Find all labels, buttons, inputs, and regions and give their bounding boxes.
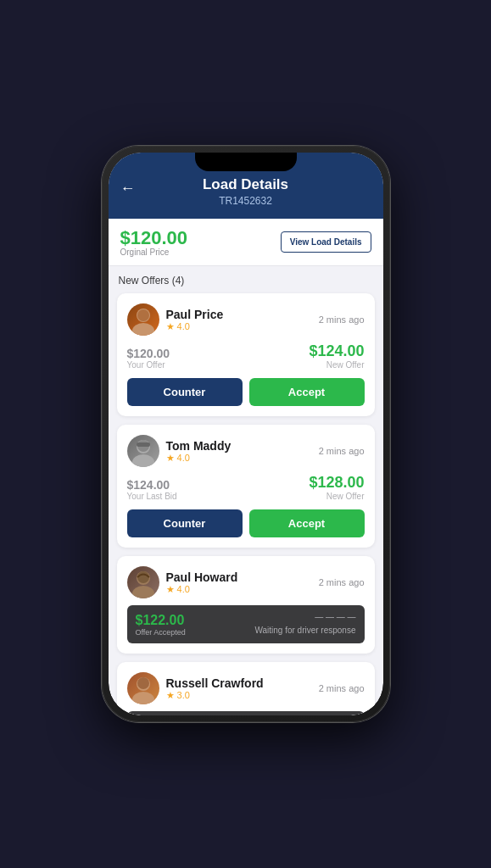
- user-rating: ★ 4.0: [166, 453, 232, 464]
- time-ago: 2 mins ago: [319, 314, 365, 325]
- user-rating: ★ 4.0: [166, 584, 238, 595]
- accept-button-tom-maddy[interactable]: Accept: [249, 509, 365, 537]
- offer-prices: $124.00 Your Last Bid $128.00 New Offer: [127, 474, 365, 501]
- phone-inner: ← Load Details TR1452632 $120.00 Orginal…: [109, 153, 383, 715]
- wait-label: Waiting for driver response: [254, 626, 355, 635]
- avatar-paul-price: [127, 303, 159, 336]
- page-title: Load Details: [122, 176, 370, 193]
- new-offer-amount: $128.00: [309, 474, 364, 492]
- offer-header: Russell Crawford ★ 3.0 2 mins ago: [127, 672, 365, 704]
- your-offer-block: $124.00 Your Last Bid: [127, 478, 177, 501]
- price-banner: $120.00 Orginal Price View Load Details: [109, 219, 383, 266]
- svg-rect-6: [137, 442, 150, 447]
- offer-user: Russell Crawford ★ 3.0: [127, 672, 264, 704]
- original-price-block: $120.00 Orginal Price: [120, 227, 188, 257]
- load-id: TR1452632: [122, 195, 370, 207]
- original-price-amount: $120.00: [120, 227, 188, 249]
- offer-card-russell-crawford: Russell Crawford ★ 3.0 2 mins ago $129.0…: [117, 662, 375, 715]
- new-offer-amount: $124.00: [309, 342, 364, 360]
- wait-dots: — — — —: [254, 612, 355, 621]
- your-offer-label: Your Last Bid: [127, 492, 177, 501]
- offer-user: Paul Price ★ 4.0: [127, 303, 224, 336]
- new-offer-block: $128.00 New Offer: [309, 474, 364, 501]
- offer-header: Paul Price ★ 4.0 2 mins ago: [127, 303, 365, 336]
- your-offer-block: $120.00 Your Offer: [127, 347, 170, 370]
- section-title: New Offers (4): [117, 275, 375, 287]
- user-info-russell: Russell Crawford ★ 3.0: [166, 676, 264, 701]
- screen: ← Load Details TR1452632 $120.00 Orginal…: [109, 153, 383, 715]
- user-rating: ★ 4.0: [166, 321, 224, 332]
- user-info-tom-maddy: Tom Maddy ★ 4.0: [166, 439, 232, 464]
- offer-actions: Counter Accept: [127, 378, 365, 406]
- accepted-banner: $122.00 Offer Accepted — — — — Waiting f…: [127, 605, 365, 643]
- avatar-tom-maddy: [127, 435, 159, 467]
- counter-button-paul-price[interactable]: Counter: [127, 378, 243, 406]
- accepted-label: Offer Accepted: [136, 628, 186, 637]
- svg-point-1: [132, 323, 154, 336]
- accepted-price-block: $122.00 Offer Accepted: [136, 613, 186, 637]
- offer-card-paul-price: Paul Price ★ 4.0 2 mins ago $120.00 Your…: [117, 293, 375, 416]
- offers-list: New Offers (4): [109, 266, 383, 715]
- user-name: Russell Crawford: [166, 676, 264, 690]
- user-info-paul-howard: Paul Howard ★ 4.0: [166, 570, 238, 595]
- time-ago: 2 mins ago: [319, 577, 365, 587]
- offer-actions: Counter Accept: [127, 509, 365, 537]
- your-offer-label: Your Offer: [127, 360, 170, 370]
- offer-user: Tom Maddy ★ 4.0: [127, 435, 232, 467]
- offer-prices: $120.00 Your Offer $124.00 New Offer: [127, 342, 365, 370]
- new-offer-label: New Offer: [309, 360, 364, 370]
- offer-user: Paul Howard ★ 4.0: [127, 566, 238, 598]
- your-offer-amount: $124.00: [127, 478, 177, 492]
- your-offer-amount: $120.00: [127, 347, 170, 360]
- accepted-with-btn: $129.00 Offer Accepted Accept: [127, 711, 365, 715]
- svg-point-2: [137, 309, 149, 321]
- avatar-russell-crawford: [127, 672, 159, 704]
- accepted-amount: $122.00: [136, 613, 186, 628]
- user-info-paul-price: Paul Price ★ 4.0: [166, 308, 224, 332]
- accept-button-paul-price[interactable]: Accept: [249, 378, 365, 406]
- user-rating: ★ 3.0: [166, 690, 264, 701]
- user-name: Paul Howard: [166, 570, 238, 584]
- phone-frame: ← Load Details TR1452632 $120.00 Orginal…: [102, 146, 390, 722]
- waiting-block: — — — — Waiting for driver response: [254, 612, 355, 637]
- svg-point-9: [137, 571, 149, 583]
- user-name: Tom Maddy: [166, 439, 232, 453]
- svg-point-11: [132, 692, 154, 704]
- offer-header: Tom Maddy ★ 4.0 2 mins ago: [127, 435, 365, 467]
- offer-card-paul-howard: Paul Howard ★ 4.0 2 mins ago $122.00 Off…: [117, 556, 375, 654]
- new-offer-label: New Offer: [309, 492, 364, 501]
- offer-header: Paul Howard ★ 4.0 2 mins ago: [127, 566, 365, 598]
- avatar-paul-howard: [127, 566, 159, 598]
- notch: [195, 153, 297, 171]
- offer-card-tom-maddy: Tom Maddy ★ 4.0 2 mins ago $124.00 Your …: [117, 425, 375, 548]
- time-ago: 2 mins ago: [319, 683, 365, 693]
- back-button[interactable]: ←: [120, 180, 136, 198]
- user-name: Paul Price: [166, 308, 224, 321]
- svg-point-4: [132, 454, 154, 467]
- time-ago: 2 mins ago: [319, 446, 365, 456]
- view-load-details-button[interactable]: View Load Details: [281, 231, 371, 253]
- svg-point-8: [132, 586, 154, 598]
- new-offer-block: $124.00 New Offer: [309, 342, 364, 370]
- counter-button-tom-maddy[interactable]: Counter: [127, 509, 243, 537]
- svg-point-12: [137, 677, 149, 689]
